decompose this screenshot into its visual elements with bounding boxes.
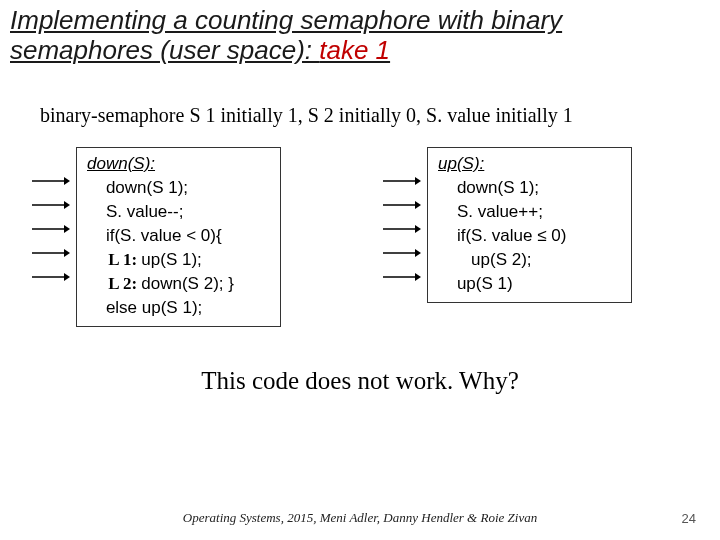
up-arrows [381,147,421,289]
code-line: if(S. value ≤ 0) [438,224,617,248]
arrow-icon [381,265,421,289]
svg-marker-11 [415,177,421,185]
svg-marker-5 [64,225,70,233]
svg-marker-3 [64,201,70,209]
up-block: up(S): down(S 1); S. value++; if(S. valu… [381,147,632,327]
arrow-icon [30,217,70,241]
arrow-icon [381,217,421,241]
code-line: S. value--; [87,200,266,224]
code-line: up(S 2); [438,248,617,272]
l1-code: up(S 1); [141,250,201,269]
up-code: up(S): down(S 1); S. value++; if(S. valu… [427,147,632,303]
svg-marker-13 [415,201,421,209]
code-line: S. value++; [438,200,617,224]
down-arrows [30,147,70,289]
footer-text: Operating Systems, 2015, Meni Adler, Dan… [0,510,720,526]
arrow-icon [381,193,421,217]
l2-code: down(S 2); } [141,274,234,293]
l2-label: L 2: [87,274,141,293]
code-line-l2: L 2: down(S 2); } [87,272,266,296]
l1-label: L 1: [87,250,141,269]
svg-marker-17 [415,249,421,257]
svg-marker-1 [64,177,70,185]
down-block: down(S): down(S 1); S. value--; if(S. va… [30,147,281,327]
title-take: take 1 [319,35,390,65]
code-line-l1: L 1: up(S 1); [87,248,266,272]
initial-conditions: binary-semaphore S 1 initially 1, S 2 in… [0,66,720,127]
arrow-icon [381,241,421,265]
question-text: This code does not work. Why? [0,327,720,395]
code-line: down(S 1); [438,176,617,200]
code-columns: down(S): down(S 1); S. value--; if(S. va… [0,127,720,327]
down-code: down(S): down(S 1); S. value--; if(S. va… [76,147,281,327]
code-line: if(S. value < 0){ [87,224,266,248]
slide-title: Implementing a counting semaphore with b… [0,0,720,66]
svg-marker-7 [64,249,70,257]
title-text: Implementing a counting semaphore with b… [10,5,562,65]
svg-marker-19 [415,273,421,281]
svg-marker-9 [64,273,70,281]
code-line: down(S 1); [87,176,266,200]
arrow-icon [30,169,70,193]
svg-marker-15 [415,225,421,233]
page-number: 24 [682,511,696,526]
arrow-icon [30,241,70,265]
arrow-icon [30,265,70,289]
down-header: down(S): [87,152,266,176]
arrow-icon [30,193,70,217]
code-line: else up(S 1); [87,296,266,320]
code-line: up(S 1) [438,272,617,296]
up-header: up(S): [438,152,617,176]
arrow-icon [381,169,421,193]
